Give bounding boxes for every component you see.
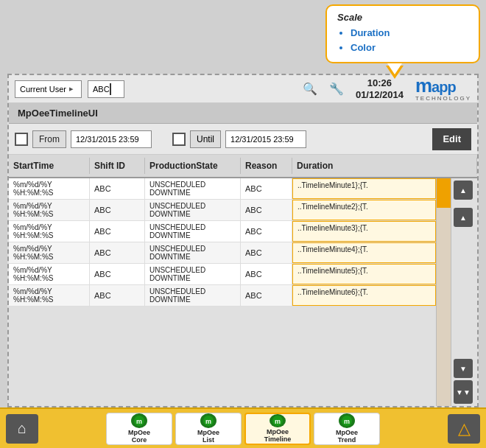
edit-button[interactable]: Edit bbox=[432, 128, 471, 150]
td-state: UNSCHEDULED DOWNTIME bbox=[145, 264, 241, 284]
scroll-down-button[interactable]: ▼ bbox=[454, 359, 473, 378]
td-shift: ABC bbox=[90, 221, 145, 242]
svg-text:m: m bbox=[275, 418, 281, 425]
app-label-1: MpOeeList bbox=[197, 430, 219, 444]
td-start: %m/%d/%Y %H:%M:%S bbox=[9, 264, 90, 284]
scroll-buttons: ▲ ▲ ▼ ▼▼ bbox=[451, 178, 477, 406]
th-reason: Reason bbox=[241, 158, 292, 174]
td-start: %m/%d/%Y %H:%M:%S bbox=[9, 178, 90, 199]
td-duration: ..TimelineMinute5};{T. bbox=[292, 264, 436, 284]
until-label: Until bbox=[190, 130, 221, 148]
table-row: %m/%d/%Y %H:%M:%S ABC UNSCHEDULED DOWNTI… bbox=[9, 242, 436, 264]
wrench-icon[interactable]: 🔧 bbox=[329, 82, 344, 96]
from-date-field[interactable]: 12/31/2015 23:59 bbox=[71, 130, 152, 148]
mapp-sub: TECHNOLOGY bbox=[415, 95, 471, 102]
td-duration: ..TimelineMinute2};{T. bbox=[292, 200, 436, 220]
th-shiftid: Shift ID bbox=[90, 158, 145, 174]
title-bar: MpOeeTimelineUI bbox=[9, 103, 477, 124]
app-icon-2: m bbox=[270, 414, 286, 427]
scale-arrow-inner bbox=[387, 63, 402, 74]
td-reason: ABC bbox=[241, 178, 292, 199]
taskbar-app-0[interactable]: m MpOeeCore bbox=[106, 413, 172, 445]
cursor-line bbox=[110, 83, 111, 95]
td-state: UNSCHEDULED DOWNTIME bbox=[145, 242, 241, 263]
table-row: %m/%d/%Y %H:%M:%S ABC UNSCHEDULED DOWNTI… bbox=[9, 221, 436, 242]
abc-field[interactable]: ABC bbox=[88, 80, 124, 98]
mapp-text: mapp bbox=[415, 76, 456, 95]
scroll-up2-button[interactable]: ▲ bbox=[454, 208, 473, 227]
until-date-field[interactable]: 12/31/2015 23:59 bbox=[225, 130, 306, 148]
time-display: 10:26 bbox=[356, 77, 404, 89]
user-label: Current User bbox=[20, 85, 66, 94]
svg-text:m: m bbox=[344, 418, 350, 425]
td-reason: ABC bbox=[241, 242, 292, 263]
svg-text:m: m bbox=[205, 418, 211, 425]
td-reason: ABC bbox=[241, 200, 292, 220]
table-body: %m/%d/%Y %H:%M:%S ABC UNSCHEDULED DOWNTI… bbox=[9, 178, 436, 406]
scale-item-color: Color bbox=[351, 41, 468, 55]
th-duration: Duration bbox=[292, 158, 477, 174]
user-arrow-icon: ▸ bbox=[69, 84, 74, 94]
td-shift: ABC bbox=[90, 264, 145, 284]
top-icons: 🔍 🔧 bbox=[303, 82, 344, 96]
table-header: StartTime Shift ID ProductionState Reaso… bbox=[9, 155, 477, 178]
td-shift: ABC bbox=[90, 178, 145, 199]
taskbar-app-2[interactable]: m MpOeeTimeline bbox=[244, 413, 311, 445]
td-state: UNSCHEDULED DOWNTIME bbox=[145, 285, 241, 306]
td-state: UNSCHEDULED DOWNTIME bbox=[145, 221, 241, 242]
td-start: %m/%d/%Y %H:%M:%S bbox=[9, 221, 90, 242]
scroll-track bbox=[437, 178, 451, 406]
td-start: %m/%d/%Y %H:%M:%S bbox=[9, 242, 90, 263]
td-start: %m/%d/%Y %H:%M:%S bbox=[9, 285, 90, 306]
app-icon-0: m bbox=[131, 413, 147, 428]
app-label-2: MpOeeTimeline bbox=[264, 429, 291, 444]
table-row: %m/%d/%Y %H:%M:%S ABC UNSCHEDULED DOWNTI… bbox=[9, 264, 436, 285]
td-shift: ABC bbox=[90, 285, 145, 306]
mapp-logo: mapp TECHNOLOGY bbox=[415, 76, 471, 102]
scale-tooltip: Scale Duration Color bbox=[325, 4, 480, 63]
filter-row: From 12/31/2015 23:59 Until 12/31/2015 2… bbox=[9, 124, 477, 155]
td-duration: ..TimelineMinute3};{T. bbox=[292, 221, 436, 242]
table-row: %m/%d/%Y %H:%M:%S ABC UNSCHEDULED DOWNTI… bbox=[9, 200, 436, 221]
top-bar: Current User ▸ ABC 🔍 🔧 10:26 01/12/2014 … bbox=[9, 75, 477, 103]
from-label: From bbox=[32, 130, 66, 148]
app-label-0: MpOeeCore bbox=[128, 430, 150, 444]
app-label-3: MpOeeTrend bbox=[336, 430, 358, 444]
main-window: Current User ▸ ABC 🔍 🔧 10:26 01/12/2014 … bbox=[7, 74, 479, 407]
app-icon-3: m bbox=[339, 413, 355, 428]
search-icon[interactable]: 🔍 bbox=[303, 82, 317, 96]
table-row: %m/%d/%Y %H:%M:%S ABC UNSCHEDULED DOWNTI… bbox=[9, 178, 436, 200]
td-reason: ABC bbox=[241, 221, 292, 242]
datetime-box: 10:26 01/12/2014 bbox=[356, 77, 404, 100]
alert-button[interactable]: △ bbox=[448, 414, 480, 444]
td-duration: ..TimelineMinute1};{T. bbox=[292, 178, 436, 199]
table-with-scroll: %m/%d/%Y %H:%M:%S ABC UNSCHEDULED DOWNTI… bbox=[9, 178, 477, 406]
scale-item-duration: Duration bbox=[351, 26, 468, 41]
svg-text:m: m bbox=[136, 418, 142, 425]
td-state: UNSCHEDULED DOWNTIME bbox=[145, 178, 241, 199]
scale-title: Scale bbox=[337, 12, 468, 23]
td-duration: ..TimelineMinute4};{T. bbox=[292, 242, 436, 263]
td-reason: ABC bbox=[241, 264, 292, 284]
td-reason: ABC bbox=[241, 285, 292, 306]
taskbar-apps: m MpOeeCore m MpOeeList m MpOeeTimeline … bbox=[106, 413, 380, 445]
td-duration: ..TimelineMinute6};{T. bbox=[292, 285, 436, 306]
scroll-down2-button[interactable]: ▼▼ bbox=[454, 380, 473, 404]
date-display: 01/12/2014 bbox=[356, 89, 404, 101]
scroll-up-button[interactable]: ▲ bbox=[454, 181, 473, 200]
td-state: UNSCHEDULED DOWNTIME bbox=[145, 200, 241, 220]
table-row: %m/%d/%Y %H:%M:%S ABC UNSCHEDULED DOWNTI… bbox=[9, 285, 436, 307]
td-start: %m/%d/%Y %H:%M:%S bbox=[9, 200, 90, 220]
user-field[interactable]: Current User ▸ bbox=[15, 80, 82, 98]
until-checkbox[interactable] bbox=[172, 133, 186, 146]
home-button[interactable]: ⌂ bbox=[6, 414, 38, 444]
taskbar-app-3[interactable]: m MpOeeTrend bbox=[314, 413, 380, 445]
window-title: MpOeeTimelineUI bbox=[18, 108, 98, 119]
abc-value: ABC bbox=[93, 85, 110, 94]
th-starttime: StartTime bbox=[9, 158, 90, 174]
th-prodstate: ProductionState bbox=[145, 158, 241, 174]
from-checkbox[interactable] bbox=[15, 133, 28, 146]
taskbar: ⌂ m MpOeeCore m MpOeeList m MpOeeTimelin… bbox=[0, 407, 486, 448]
taskbar-app-1[interactable]: m MpOeeList bbox=[175, 413, 242, 445]
scroll-indicator bbox=[436, 178, 451, 406]
